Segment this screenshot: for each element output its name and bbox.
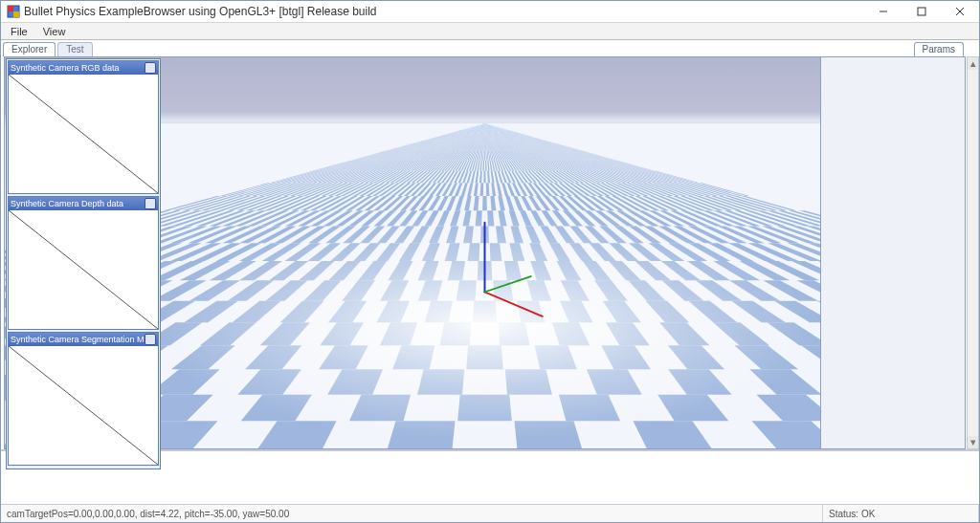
menu-bar: File View xyxy=(1,23,979,40)
explorer-item-segmentation: Synthetic Camera Segmentation Mask xyxy=(8,332,159,466)
right-tab-strip: Params xyxy=(914,42,966,56)
explorer-item-rgb: Synthetic Camera RGB data xyxy=(8,60,159,194)
panel-header[interactable]: Synthetic Camera RGB data xyxy=(9,61,158,75)
status-bar: camTargetPos=0.00,0.00,0.00, dist=4.22, … xyxy=(1,504,979,522)
panel-header[interactable]: Synthetic Camera Segmentation Mask xyxy=(9,333,158,346)
panel-preview xyxy=(9,210,158,329)
params-panel xyxy=(820,56,966,449)
svg-rect-4 xyxy=(918,8,925,15)
panel-toggle[interactable] xyxy=(145,334,156,345)
panel-header[interactable]: Synthetic Camera Depth data xyxy=(9,197,158,210)
svg-rect-2 xyxy=(13,11,19,17)
close-button[interactable] xyxy=(941,1,979,22)
svg-rect-1 xyxy=(8,6,13,11)
svg-line-3723 xyxy=(9,346,158,465)
panel-title: Synthetic Camera Depth data xyxy=(11,199,145,208)
window-title: Bullet Physics ExampleBrowser using Open… xyxy=(24,5,864,18)
tab-params[interactable]: Params xyxy=(914,42,964,56)
status-ok: Status: OK xyxy=(823,505,979,522)
maximize-button[interactable] xyxy=(902,1,941,22)
panel-title: Synthetic Camera RGB data xyxy=(11,63,145,73)
tab-test[interactable]: Test xyxy=(57,42,92,56)
scroll-up-icon[interactable]: ▴ xyxy=(968,57,978,70)
explorer-item-depth: Synthetic Camera Depth data xyxy=(8,196,159,330)
app-window: Bullet Physics ExampleBrowser using Open… xyxy=(0,0,980,523)
workspace: Explorer Test Params xyxy=(1,40,979,449)
explorer-panel: Synthetic Camera RGB data Synthetic Came… xyxy=(6,58,161,469)
panel-toggle[interactable] xyxy=(145,62,156,74)
title-bar: Bullet Physics ExampleBrowser using Open… xyxy=(1,1,979,23)
status-camera: camTargetPos=0.00,0.00,0.00, dist=4.22, … xyxy=(1,505,823,522)
menu-file[interactable]: File xyxy=(3,25,35,38)
menu-view[interactable]: View xyxy=(35,25,74,38)
left-tab-strip: Explorer Test xyxy=(3,42,95,56)
panel-toggle[interactable] xyxy=(145,198,156,209)
svg-line-3721 xyxy=(9,75,158,193)
svg-line-3722 xyxy=(9,210,158,329)
minimize-button[interactable] xyxy=(864,1,902,22)
panel-title: Synthetic Camera Segmentation Mask xyxy=(11,335,145,344)
tab-explorer[interactable]: Explorer xyxy=(3,42,56,56)
vertical-scrollbar[interactable]: ▴ ▾ xyxy=(967,56,979,449)
panel-preview xyxy=(9,75,158,193)
app-icon xyxy=(7,5,20,18)
scroll-track[interactable] xyxy=(968,70,978,436)
panel-preview xyxy=(9,346,158,465)
scroll-down-icon[interactable]: ▾ xyxy=(968,436,978,448)
